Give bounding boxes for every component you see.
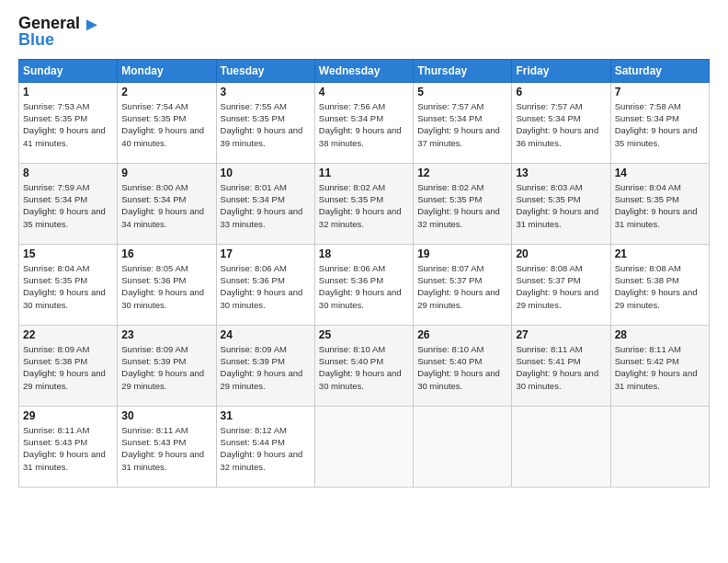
weekday-header-friday: Friday — [512, 59, 610, 82]
sunset: Sunset: 5:35 PM — [417, 193, 507, 205]
daylight: Daylight: 9 hours and 34 minutes. — [121, 205, 211, 230]
calendar-day-22: 22Sunrise: 8:09 AMSunset: 5:38 PMDayligh… — [19, 325, 118, 406]
daylight: Daylight: 9 hours and 30 minutes. — [121, 286, 211, 311]
daylight: Daylight: 9 hours and 29 minutes. — [615, 286, 705, 311]
calendar-day-12: 12Sunrise: 8:02 AMSunset: 5:35 PMDayligh… — [414, 163, 512, 244]
sunset: Sunset: 5:38 PM — [615, 274, 705, 286]
sunset: Sunset: 5:35 PM — [23, 112, 113, 124]
day-info: Sunrise: 8:02 AMSunset: 5:35 PMDaylight:… — [319, 181, 409, 230]
logo-blue-text: Blue — [18, 31, 54, 50]
daylight: Daylight: 9 hours and 29 minutes. — [516, 286, 606, 311]
day-number: 20 — [516, 247, 606, 260]
calendar-day-24: 24Sunrise: 8:09 AMSunset: 5:39 PMDayligh… — [216, 325, 314, 406]
calendar-day-8: 8Sunrise: 7:59 AMSunset: 5:34 PMDaylight… — [19, 163, 118, 244]
sunrise: Sunrise: 7:55 AM — [221, 100, 311, 112]
sunrise: Sunrise: 8:11 AM — [516, 343, 606, 355]
day-number: 25 — [319, 328, 409, 341]
calendar-day-5: 5Sunrise: 7:57 AMSunset: 5:34 PMDaylight… — [414, 82, 512, 163]
day-number: 8 — [23, 167, 113, 179]
daylight: Daylight: 9 hours and 39 minutes. — [221, 124, 311, 149]
calendar-week-4: 22Sunrise: 8:09 AMSunset: 5:38 PMDayligh… — [19, 325, 710, 406]
sunrise: Sunrise: 8:10 AM — [417, 343, 507, 355]
day-number: 31 — [221, 409, 311, 422]
calendar-day-10: 10Sunrise: 8:01 AMSunset: 5:34 PMDayligh… — [216, 163, 314, 244]
calendar-week-3: 15Sunrise: 8:04 AMSunset: 5:35 PMDayligh… — [19, 244, 710, 325]
sunset: Sunset: 5:37 PM — [417, 274, 507, 286]
day-number: 2 — [121, 86, 211, 98]
sunrise: Sunrise: 7:53 AM — [23, 100, 113, 112]
day-info: Sunrise: 7:58 AMSunset: 5:34 PMDaylight:… — [615, 100, 705, 149]
sunset: Sunset: 5:34 PM — [221, 193, 311, 205]
daylight: Daylight: 9 hours and 30 minutes. — [417, 367, 507, 392]
day-info: Sunrise: 8:12 AMSunset: 5:44 PMDaylight:… — [221, 424, 311, 473]
daylight: Daylight: 9 hours and 36 minutes. — [516, 124, 606, 149]
day-info: Sunrise: 8:11 AMSunset: 5:43 PMDaylight:… — [121, 424, 211, 473]
day-number: 11 — [319, 167, 409, 179]
daylight: Daylight: 9 hours and 33 minutes. — [221, 205, 311, 230]
day-info: Sunrise: 8:04 AMSunset: 5:35 PMDaylight:… — [615, 181, 705, 230]
sunset: Sunset: 5:35 PM — [615, 193, 705, 205]
day-info: Sunrise: 7:56 AMSunset: 5:34 PMDaylight:… — [319, 100, 409, 149]
sunrise: Sunrise: 7:56 AM — [319, 100, 409, 112]
daylight: Daylight: 9 hours and 30 minutes. — [23, 286, 113, 311]
sunset: Sunset: 5:35 PM — [121, 112, 211, 124]
day-number: 18 — [319, 247, 409, 260]
sunset: Sunset: 5:35 PM — [221, 112, 311, 124]
day-info: Sunrise: 7:55 AMSunset: 5:35 PMDaylight:… — [221, 100, 311, 149]
calendar-week-1: 1Sunrise: 7:53 AMSunset: 5:35 PMDaylight… — [19, 82, 710, 163]
day-number: 30 — [121, 409, 211, 422]
day-info: Sunrise: 8:02 AMSunset: 5:35 PMDaylight:… — [417, 181, 507, 230]
day-number: 26 — [417, 328, 507, 341]
calendar-day-28: 28Sunrise: 8:11 AMSunset: 5:42 PMDayligh… — [610, 325, 709, 406]
calendar-day-14: 14Sunrise: 8:04 AMSunset: 5:35 PMDayligh… — [610, 163, 709, 244]
sunrise: Sunrise: 8:09 AM — [121, 343, 211, 355]
day-number: 21 — [615, 247, 705, 260]
sunset: Sunset: 5:36 PM — [121, 274, 211, 286]
page: General ► Blue SundayMondayTuesdayWednes… — [0, 0, 728, 563]
daylight: Daylight: 9 hours and 32 minutes. — [221, 448, 311, 473]
daylight: Daylight: 9 hours and 30 minutes. — [319, 286, 409, 311]
sunset: Sunset: 5:40 PM — [319, 355, 409, 367]
day-number: 16 — [121, 247, 211, 260]
day-number: 6 — [516, 86, 606, 98]
day-info: Sunrise: 7:59 AMSunset: 5:34 PMDaylight:… — [23, 181, 113, 230]
sunrise: Sunrise: 8:11 AM — [615, 343, 705, 355]
sunrise: Sunrise: 8:02 AM — [319, 181, 409, 193]
day-info: Sunrise: 8:01 AMSunset: 5:34 PMDaylight:… — [221, 181, 311, 230]
day-info: Sunrise: 8:08 AMSunset: 5:37 PMDaylight:… — [516, 262, 606, 311]
day-info: Sunrise: 8:10 AMSunset: 5:40 PMDaylight:… — [417, 343, 507, 392]
empty-cell — [512, 406, 610, 487]
calendar-day-15: 15Sunrise: 8:04 AMSunset: 5:35 PMDayligh… — [19, 244, 118, 325]
day-number: 4 — [319, 86, 409, 98]
daylight: Daylight: 9 hours and 31 minutes. — [516, 205, 606, 230]
daylight: Daylight: 9 hours and 31 minutes. — [23, 448, 113, 473]
day-number: 24 — [221, 328, 311, 341]
daylight: Daylight: 9 hours and 30 minutes. — [221, 286, 311, 311]
sunrise: Sunrise: 8:11 AM — [23, 424, 113, 436]
sunset: Sunset: 5:35 PM — [516, 193, 606, 205]
day-number: 17 — [221, 247, 311, 260]
day-info: Sunrise: 8:03 AMSunset: 5:35 PMDaylight:… — [516, 181, 606, 230]
daylight: Daylight: 9 hours and 31 minutes. — [615, 367, 705, 392]
day-info: Sunrise: 8:11 AMSunset: 5:43 PMDaylight:… — [23, 424, 113, 473]
sunset: Sunset: 5:34 PM — [319, 112, 409, 124]
sunrise: Sunrise: 7:58 AM — [615, 100, 705, 112]
sunrise: Sunrise: 8:09 AM — [221, 343, 311, 355]
weekday-header-sunday: Sunday — [19, 59, 118, 82]
sunrise: Sunrise: 7:57 AM — [417, 100, 507, 112]
logo: General ► Blue — [18, 15, 101, 50]
day-number: 27 — [516, 328, 606, 341]
sunset: Sunset: 5:34 PM — [417, 112, 507, 124]
sunset: Sunset: 5:40 PM — [417, 355, 507, 367]
daylight: Daylight: 9 hours and 29 minutes. — [221, 367, 311, 392]
day-number: 15 — [23, 247, 113, 260]
calendar-day-7: 7Sunrise: 7:58 AMSunset: 5:34 PMDaylight… — [610, 82, 709, 163]
daylight: Daylight: 9 hours and 35 minutes. — [23, 205, 113, 230]
day-info: Sunrise: 7:57 AMSunset: 5:34 PMDaylight:… — [516, 100, 606, 149]
sunrise: Sunrise: 8:08 AM — [516, 262, 606, 274]
header: General ► Blue — [18, 15, 710, 50]
sunrise: Sunrise: 8:09 AM — [23, 343, 113, 355]
calendar-day-30: 30Sunrise: 8:11 AMSunset: 5:43 PMDayligh… — [118, 406, 216, 487]
sunrise: Sunrise: 8:01 AM — [221, 181, 311, 193]
sunset: Sunset: 5:35 PM — [319, 193, 409, 205]
